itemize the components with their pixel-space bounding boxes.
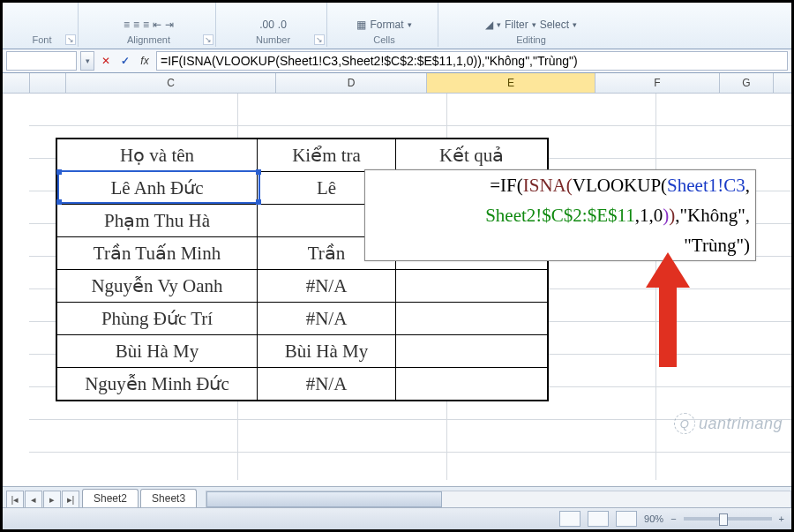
select-all-button[interactable] — [3, 73, 30, 93]
table-row: Nguyễn Vy Oanh #N/A — [56, 270, 548, 303]
chevron-down-icon[interactable]: ▾ — [573, 19, 577, 31]
cell[interactable]: #N/A — [258, 303, 396, 335]
cell[interactable]: Phùng Đức Trí — [56, 303, 258, 335]
page-break-view-button[interactable] — [616, 511, 637, 527]
dialog-launcher-icon[interactable]: ↘ — [65, 34, 76, 45]
clear-icon[interactable]: ◢ — [485, 19, 493, 31]
formula-text: "Trùng" — [684, 235, 744, 256]
col-hdr-g[interactable]: G — [720, 73, 774, 93]
fx-icon[interactable]: fx — [137, 53, 153, 69]
ribbon-group-number: .00 .0 Number ↘ — [221, 3, 327, 47]
indent-right-icon[interactable]: ⇥ — [165, 19, 174, 31]
cell[interactable] — [396, 335, 549, 368]
cell[interactable]: Phạm Thu Hà — [56, 205, 258, 237]
group-label: Editing — [451, 34, 611, 47]
formula-text: , — [745, 175, 750, 196]
spreadsheet-grid[interactable]: Họ và tên Kiểm tra Kết quả Lê Anh Đức Lê… — [3, 94, 791, 480]
ribbon-group-alignment: ≡ ≡ ≡ ⇤ ⇥ Alignment ↘ — [84, 3, 216, 47]
cell[interactable]: Nguyễn Minh Đức — [56, 368, 258, 401]
name-box-dropdown[interactable]: ▾ — [80, 51, 94, 71]
format-menu[interactable]: Format — [370, 19, 403, 31]
sheet-tab[interactable]: Sheet2 — [82, 489, 139, 509]
formula-input[interactable]: =IF(ISNA(VLOOKUP(Sheet1!C3,Sheet2!$C$2:$… — [156, 51, 788, 71]
cell[interactable]: Nguyễn Vy Oanh — [56, 270, 258, 303]
cell[interactable] — [396, 303, 549, 335]
indent-left-icon[interactable]: ⇤ — [153, 19, 161, 31]
header-D[interactable]: Kiểm tra — [258, 139, 396, 172]
formula-text: ,1,0 — [635, 205, 663, 226]
table-row: Phùng Đức Trí #N/A — [56, 303, 548, 335]
formula-bar: ▾ ✕ ✓ fx =IF(ISNA(VLOOKUP(Sheet1!C3,Shee… — [3, 49, 791, 73]
align-left-icon[interactable]: ≡ — [124, 19, 130, 31]
column-headers: C D E F G — [3, 73, 791, 94]
sheet-tab-bar: |◂ ◂ ▸ ▸| Sheet2 Sheet3 — [3, 486, 791, 508]
group-label: Cells — [340, 34, 429, 47]
zoom-out-button[interactable]: − — [670, 513, 676, 524]
status-bar: 90% − + — [3, 507, 791, 529]
formula-text: =IF( — [490, 175, 523, 196]
name-box[interactable] — [6, 51, 77, 71]
group-label: Font — [15, 34, 69, 47]
cell[interactable]: Trần Tuấn Minh — [56, 237, 258, 270]
group-label: Number — [228, 34, 318, 47]
ribbon: Font ↘ ≡ ≡ ≡ ⇤ ⇥ Alignment ↘ .00 .0 Numb… — [3, 3, 791, 49]
horizontal-scrollbar[interactable] — [206, 491, 791, 508]
formula-text: ,"Không", — [675, 205, 750, 226]
decimal-dec-icon[interactable]: .0 — [278, 19, 287, 31]
formula-text: VLOOKUP( — [573, 175, 667, 196]
format-icon[interactable]: ▦ — [356, 19, 366, 31]
cell[interactable]: Bùi Hà My — [56, 335, 258, 368]
cell[interactable]: Bùi Hà My — [258, 335, 396, 368]
table-row: Bùi Hà My Bùi Hà My — [56, 335, 548, 368]
header-E[interactable]: Kết quả — [396, 139, 549, 172]
zoom-slider[interactable] — [684, 517, 772, 521]
page-layout-view-button[interactable] — [588, 511, 609, 527]
table-header-row: Họ và tên Kiểm tra Kết quả — [56, 139, 548, 172]
cell[interactable]: #N/A — [258, 270, 396, 303]
formula-text: ) — [744, 235, 750, 256]
formula-text: ISNA( — [523, 175, 573, 196]
col-hdr-b[interactable] — [30, 73, 66, 93]
align-right-icon[interactable]: ≡ — [143, 19, 149, 31]
ribbon-group-font: Font ↘ — [8, 3, 79, 47]
select-menu[interactable]: Select — [540, 19, 569, 31]
ribbon-group-editing: ◢▾ Filter▾ Select▾ Editing — [444, 3, 620, 47]
sheet-tab[interactable]: Sheet3 — [140, 489, 197, 509]
cell[interactable]: #N/A — [258, 368, 396, 401]
normal-view-button[interactable] — [559, 511, 581, 527]
tab-nav-last[interactable]: ▸| — [62, 491, 79, 508]
table-row: Nguyễn Minh Đức #N/A — [56, 368, 548, 401]
filter-menu[interactable]: Filter — [505, 19, 528, 31]
chevron-down-icon[interactable]: ▾ — [532, 19, 536, 31]
ribbon-group-cells: ▦ Format ▾ Cells — [333, 3, 438, 47]
tab-nav-next[interactable]: ▸ — [43, 491, 61, 508]
align-center-icon[interactable]: ≡ — [133, 19, 139, 31]
col-hdr-e[interactable]: E — [427, 73, 596, 93]
decimal-inc-icon[interactable]: .00 — [259, 19, 274, 31]
enter-icon[interactable]: ✓ — [117, 53, 133, 69]
chevron-down-icon[interactable]: ▾ — [497, 19, 501, 31]
col-hdr-f[interactable]: F — [596, 73, 720, 93]
tab-nav-prev[interactable]: ◂ — [25, 491, 42, 508]
dialog-launcher-icon[interactable]: ↘ — [314, 34, 325, 45]
col-hdr-c[interactable]: C — [66, 73, 276, 93]
zoom-label: 90% — [644, 513, 663, 524]
zoom-in-button[interactable]: + — [779, 513, 784, 524]
dialog-launcher-icon[interactable]: ↘ — [203, 34, 213, 45]
cell[interactable]: Lê Anh Đức — [56, 172, 258, 205]
formula-text: Sheet2!$C$2:$E$11 — [485, 205, 635, 226]
cell[interactable] — [396, 270, 549, 303]
cancel-icon[interactable]: ✕ — [98, 53, 114, 69]
col-hdr-d[interactable]: D — [276, 73, 427, 93]
group-label: Alignment — [91, 34, 206, 47]
header-C[interactable]: Họ và tên — [56, 139, 258, 172]
formula-text: Sheet1!C3 — [667, 175, 745, 196]
cell[interactable] — [396, 368, 549, 401]
chevron-down-icon[interactable]: ▾ — [408, 19, 412, 31]
cell-editing-overlay[interactable]: =IF(ISNA(VLOOKUP(Sheet1!C3, Sheet2!$C$2:… — [364, 169, 756, 261]
tab-nav-first[interactable]: |◂ — [6, 491, 24, 508]
